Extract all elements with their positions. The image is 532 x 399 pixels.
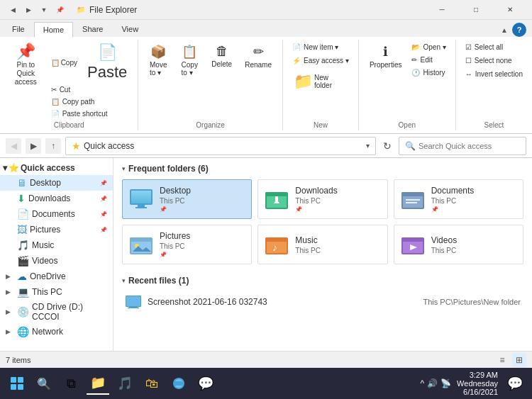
sidebar-item-pictures[interactable]: 🖼 Pictures 📌 <box>0 222 113 237</box>
taskbar-store-button[interactable]: 🛍 <box>140 372 163 395</box>
minimize-button[interactable]: ─ <box>426 0 458 20</box>
tab-share[interactable]: Share <box>73 21 112 37</box>
frequent-title: Frequent folders (6) <box>128 164 209 174</box>
sidebar-item-onedrive[interactable]: ▶ ☁ OneDrive <box>0 269 113 284</box>
copy-icon: 📋 <box>51 59 60 67</box>
address-path[interactable]: ★ Quick access ▾ <box>65 137 376 155</box>
sidebar-quickaccess-icon: ⭐ <box>9 163 19 173</box>
folder-documents-location: This PC <box>431 197 475 205</box>
quick-menu-btn[interactable]: ▼ <box>37 3 51 17</box>
taskbar-edge-button[interactable] <box>167 372 190 395</box>
select-group: ☑ Select all ☐ Select none ↔ Invert sele… <box>456 40 532 130</box>
rename-button[interactable]: ✏ Rename <box>240 41 277 72</box>
search-input[interactable] <box>419 142 520 150</box>
sidebar-item-desktop[interactable]: 🖥 Desktop 📌 <box>0 175 113 191</box>
properties-icon: ℹ <box>383 44 388 60</box>
windows-logo <box>11 377 23 390</box>
history-button[interactable]: 🕐 History <box>408 67 449 79</box>
list-view-button[interactable]: ≡ <box>495 353 509 367</box>
sidebar-item-downloads[interactable]: ⬇ Downloads 📌 <box>0 191 113 206</box>
folder-tile-downloads[interactable]: Downloads This PC 📌 <box>257 179 387 219</box>
edit-button[interactable]: ✏ Edit <box>408 54 449 66</box>
folder-tile-videos[interactable]: Videos This PC <box>394 225 523 264</box>
taskbar-taskview-button[interactable]: ⧉ <box>60 372 82 395</box>
delete-button[interactable]: 🗑 Delete <box>206 41 237 71</box>
paste-shortcut-button[interactable]: 📄 Paste shortcut <box>48 108 133 120</box>
back-button[interactable]: ◀ <box>6 138 21 154</box>
ribbon-collapse-btn[interactable]: ▲ <box>499 25 509 35</box>
thispc-expand: ▶ <box>6 288 14 296</box>
quick-access-buttons: ◀ ▶ ▼ 📌 <box>6 3 67 17</box>
date-display2: 6/16/2021 <box>463 388 498 396</box>
copy-to-button[interactable]: 📋 Copyto ▾ <box>175 41 204 79</box>
folder-music-name: Music <box>295 235 321 245</box>
select-all-button[interactable]: ☑ Select all <box>462 41 507 53</box>
systray-icons[interactable]: ^ 🔊 📡 <box>420 378 451 388</box>
move-to-button[interactable]: 📦 Moveto ▾ <box>144 41 172 79</box>
new-group: 📄 New item ▾ ⚡ Easy access ▾ 📁 Newfolder… <box>283 40 359 130</box>
recent-files-list: Screenshot 2021-06-16 032743 This PC\Pic… <box>122 291 523 313</box>
open-button[interactable]: 📂 Open ▾ <box>408 41 449 53</box>
tab-file[interactable]: File <box>3 21 34 37</box>
copy-button[interactable]: 📋 Copy <box>48 41 81 84</box>
maximize-button[interactable]: □ <box>460 0 492 20</box>
sidebar-item-music[interactable]: 🎵 Music <box>0 237 113 253</box>
easy-access-button[interactable]: ⚡ Easy access ▾ <box>289 55 353 67</box>
folder-tile-music[interactable]: ♪ Music This PC <box>257 225 387 264</box>
tab-view[interactable]: View <box>112 21 148 37</box>
svg-rect-30 <box>129 306 138 308</box>
grid-view-button[interactable]: ⊞ <box>512 353 526 367</box>
taskbar-fileexplorer-button[interactable]: 📁 <box>87 372 109 395</box>
svg-rect-29 <box>126 296 140 306</box>
pin-to-quick-access-button[interactable]: 📌 Pin to Quick access <box>6 41 46 89</box>
folder-tile-desktop[interactable]: Desktop This PC 📌 <box>122 179 252 219</box>
system-tray: ^ 🔊 📡 3:29 AM Wednesday 6/16/2021 💬 <box>420 371 526 396</box>
sidebar: ▾ ⭐ Quick access 🖥 Desktop 📌 ⬇ Downloads… <box>0 158 113 351</box>
sidebar-item-videos[interactable]: 🎬 Videos <box>0 253 113 269</box>
tab-home[interactable]: Home <box>34 22 73 38</box>
invert-selection-button[interactable]: ↔ Invert selection <box>462 68 526 80</box>
quickaccess-chevron: ▾ <box>3 163 7 173</box>
sidebar-item-network[interactable]: ▶ 🌐 Network <box>0 324 113 339</box>
taskbar-chat-button[interactable]: 💬 <box>194 372 217 395</box>
recent-item-screenshot[interactable]: Screenshot 2021-06-16 032743 This PC\Pic… <box>122 291 523 313</box>
svg-rect-25 <box>401 237 413 242</box>
folder-tile-documents[interactable]: Documents This PC 📌 <box>394 179 523 219</box>
quick-back-btn[interactable]: ◀ <box>6 3 20 17</box>
taskbar-mediaplayer-button[interactable]: 🎵 <box>113 372 136 395</box>
start-button[interactable] <box>6 372 28 395</box>
systray-network[interactable]: 📡 <box>440 378 451 388</box>
frequent-folders-header[interactable]: ▾ Frequent folders (6) <box>122 164 523 174</box>
newitem-icon: 📄 <box>292 43 301 51</box>
systray-speaker[interactable]: 🔊 <box>427 378 438 388</box>
sidebar-item-thispc[interactable]: ▶ 💻 This PC <box>0 284 113 300</box>
newfolder-icon: 📁 <box>294 72 313 91</box>
taskbar-search-button[interactable]: 🔍 <box>33 372 55 395</box>
quick-pin-btn[interactable]: 📌 <box>52 3 67 17</box>
path-dropdown-arrow[interactable]: ▾ <box>366 142 370 150</box>
copy-path-button[interactable]: 📋 Copy path <box>48 96 133 108</box>
ribbon: 📌 Pin to Quick access 📋 Copy 📄 Paste ✂ <box>0 37 532 134</box>
sidebar-item-documents[interactable]: 📄 Documents 📌 <box>0 206 113 222</box>
forward-button[interactable]: ▶ <box>26 138 41 154</box>
new-folder-button[interactable]: 📁 Newfolder <box>289 69 337 94</box>
system-clock[interactable]: 3:29 AM Wednesday 6/16/2021 <box>457 371 498 396</box>
close-button[interactable]: ✕ <box>494 0 526 20</box>
recent-files-header[interactable]: ▾ Recent files (1) <box>122 276 523 286</box>
quick-forward-btn[interactable]: ▶ <box>21 3 35 17</box>
cut-button[interactable]: ✂ Cut <box>48 84 133 96</box>
systray-expand[interactable]: ^ <box>420 378 424 388</box>
folder-videos-location: This PC <box>431 247 457 254</box>
up-button[interactable]: ↑ <box>45 138 61 154</box>
folder-tile-pictures[interactable]: Pictures This PC 📌 <box>122 225 252 264</box>
taskbar-teams-chat[interactable]: 💬 <box>504 372 526 395</box>
sidebar-quickaccess-header[interactable]: ▾ ⭐ Quick access <box>0 161 113 175</box>
properties-button[interactable]: ℹ Properties <box>365 41 407 72</box>
new-item-button[interactable]: 📄 New item ▾ <box>289 41 342 53</box>
help-button[interactable]: ? <box>512 23 526 37</box>
search-box[interactable]: 🔍 <box>399 137 526 155</box>
sidebar-item-cddrive[interactable]: ▶ 💿 CD Drive (D:) CCCOI <box>0 300 113 324</box>
refresh-button[interactable]: ↻ <box>380 139 394 153</box>
paste-button[interactable]: 📄 Paste <box>82 41 132 84</box>
select-none-button[interactable]: ☐ Select none <box>462 55 516 67</box>
